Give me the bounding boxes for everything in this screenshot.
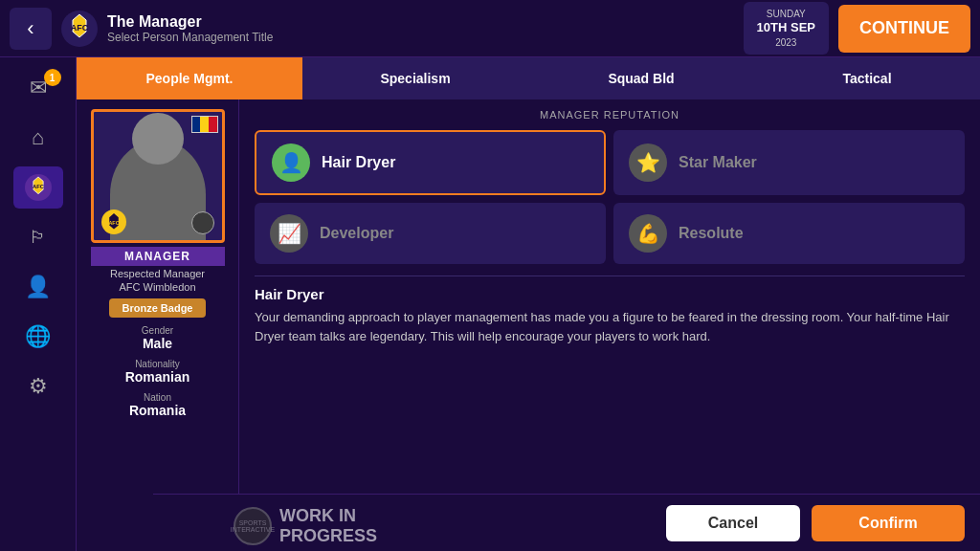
nation-value: Romania	[129, 403, 186, 418]
resolute-icon: 💪	[629, 214, 667, 253]
star-maker-label: Star Maker	[679, 154, 757, 171]
main-area: People Mgmt. Specialism Squad Bld Tactic…	[77, 57, 980, 551]
reputation-grid: 👤 Hair Dryer ⭐ Star Maker 📈 Devel	[255, 130, 965, 264]
star-maker-icon: ⭐	[629, 143, 667, 182]
sidebar-item-settings[interactable]: ⚙	[13, 365, 63, 408]
manager-card: AFC MANAGER Respected Manager AFC Wimble…	[77, 99, 239, 551]
hair-dryer-label: Hair Dryer	[322, 154, 395, 171]
manager-name: The Manager	[107, 13, 744, 31]
cancel-button[interactable]: Cancel	[666, 505, 800, 541]
date-main: 10TH SEP	[757, 20, 815, 36]
date-box: SUNDAY 10TH SEP 2023	[744, 2, 829, 55]
flag-icon: 🏳	[30, 228, 47, 248]
content-area: AFC MANAGER Respected Manager AFC Wimble…	[77, 99, 980, 551]
manager-subtitle: Select Person Management Title	[107, 31, 744, 44]
right-panel: MANAGER REPUTATION 👤 Hair Dryer ⭐ Star M…	[239, 99, 980, 551]
nationality-value: Romanian	[125, 369, 190, 385]
tabs-bar: People Mgmt. Specialism Squad Bld Tactic…	[77, 57, 980, 99]
gender-label: Gender	[142, 325, 173, 336]
svg-text:AFC: AFC	[32, 184, 44, 189]
top-bar: ‹ AFC The Manager Select Person Manageme…	[0, 0, 980, 57]
home-icon: ⌂	[32, 125, 44, 150]
sidebar-item-club[interactable]: AFC	[13, 166, 63, 209]
rep-option-developer[interactable]: 📈 Developer	[255, 203, 606, 264]
manager-club-name: Respected Manager	[110, 268, 205, 279]
watermark: SPORTSINTERACTIVE WORK IN PROGRESS	[234, 506, 377, 547]
date-year: 2023	[757, 36, 815, 49]
settings-icon: ⚙	[29, 374, 48, 399]
svg-text:AFC: AFC	[108, 220, 119, 226]
desc-text: Your demanding approach to player manage…	[255, 308, 965, 345]
club-logo: AFC	[61, 11, 98, 47]
resolute-label: Resolute	[679, 225, 744, 242]
tab-tactical[interactable]: Tactical	[754, 57, 980, 99]
manager-club-sub: AFC Wimbledon	[119, 281, 195, 293]
rep-option-star-maker[interactable]: ⭐ Star Maker	[613, 130, 965, 195]
sidebar-item-person[interactable]: 👤	[13, 266, 63, 308]
tab-specialism[interactable]: Specialism	[302, 57, 528, 99]
nation-label: Nation	[144, 392, 171, 403]
gender-value: Male	[143, 336, 172, 351]
bottom-bar: SPORTSINTERACTIVE WORK IN PROGRESS Cance…	[153, 494, 980, 551]
shield-icon: AFC	[25, 174, 52, 201]
developer-label: Developer	[320, 225, 393, 242]
divider	[255, 276, 965, 276]
date-day: SUNDAY	[757, 8, 815, 20]
rep-option-resolute[interactable]: 💪 Resolute	[613, 203, 965, 264]
bronze-badge: Bronze Badge	[109, 298, 207, 318]
manager-info: The Manager Select Person Management Tit…	[107, 13, 744, 44]
desc-title: Hair Dryer	[255, 286, 965, 302]
person-icon: 👤	[25, 275, 51, 299]
manager-avatar: AFC	[91, 109, 225, 243]
tab-squad-bld[interactable]: Squad Bld	[528, 57, 754, 99]
sidebar-item-flag[interactable]: 🏳	[13, 216, 63, 258]
tab-people-mgmt[interactable]: People Mgmt.	[77, 57, 302, 99]
reputation-section-label: MANAGER REPUTATION	[255, 109, 965, 121]
manager-role-label: MANAGER	[91, 247, 225, 266]
mail-badge: 1	[44, 69, 61, 86]
nationality-label: Nationality	[135, 359, 180, 369]
sidebar-item-mail[interactable]: ✉ 1	[13, 67, 63, 109]
svg-text:AFC: AFC	[71, 23, 89, 33]
hair-dryer-icon: 👤	[272, 143, 310, 182]
sidebar: ✉ 1 ⌂ AFC 🏳 👤 🌐 ⚙	[0, 57, 77, 551]
globe-icon: 🌐	[25, 324, 51, 349]
rep-option-hair-dryer[interactable]: 👤 Hair Dryer	[255, 130, 606, 195]
si-logo: SPORTSINTERACTIVE	[234, 507, 272, 545]
sidebar-item-globe[interactable]: 🌐	[13, 316, 63, 358]
continue-button[interactable]: CONTINUE	[838, 5, 970, 53]
back-button[interactable]: ‹	[10, 8, 52, 50]
confirm-button[interactable]: Confirm	[812, 505, 965, 541]
sidebar-item-home[interactable]: ⌂	[13, 117, 63, 159]
developer-icon: 📈	[270, 214, 308, 253]
watermark-text: WORK IN PROGRESS	[279, 506, 377, 547]
